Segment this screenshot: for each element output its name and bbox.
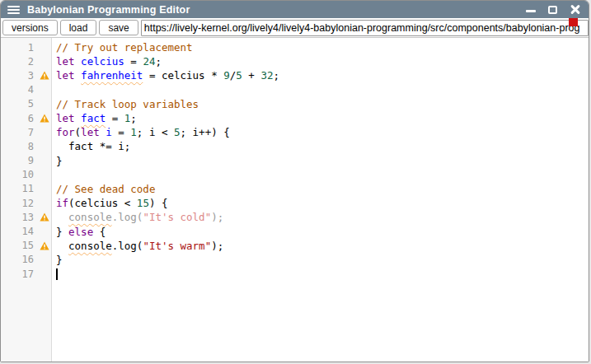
maximize-icon[interactable] — [547, 4, 558, 15]
window-controls — [525, 4, 580, 15]
window-title: Babylonian Programming Editor — [27, 4, 525, 16]
line-number: 16 — [1, 254, 37, 265]
save-button[interactable]: save — [99, 20, 138, 35]
marker-slot — [37, 83, 51, 97]
code-text: // See dead code — [52, 183, 155, 195]
line-number: 2 — [1, 56, 37, 68]
line-number: 17 — [1, 268, 37, 280]
gutter-cell: 13 — [1, 210, 52, 224]
code-line[interactable]: 8 fact *= i; — [1, 139, 589, 153]
gutter-cell: 2 — [1, 54, 52, 68]
warning-icon — [37, 111, 51, 125]
marker-slot — [37, 139, 51, 153]
gutter-cell: 4 — [1, 83, 52, 97]
text-cursor — [56, 268, 58, 280]
line-number: 5 — [1, 98, 37, 110]
marker-slot — [37, 125, 51, 139]
code-line[interactable]: 13 console.log("It's cold"); — [1, 210, 589, 224]
line-number: 9 — [1, 155, 37, 166]
marker-slot — [37, 253, 51, 267]
unsaved-indicator — [569, 18, 578, 26]
code-text: } — [52, 254, 63, 266]
gutter-cell: 9 — [1, 154, 52, 168]
gutter-cell: 7 — [1, 125, 52, 139]
code-line[interactable]: 16} — [1, 253, 589, 267]
line-number: 13 — [1, 212, 37, 223]
code-line[interactable]: 17 — [1, 267, 589, 281]
code-line[interactable]: 5// Track loop variables — [1, 97, 589, 111]
gutter-cell: 6 — [1, 111, 52, 125]
code-line[interactable]: 15 console.log("It's warm"); — [1, 239, 589, 253]
code-text: for(let i = 1; i < 5; i++) { — [52, 126, 230, 138]
line-number: 8 — [1, 141, 37, 152]
code-line[interactable]: 1// Try out replacement — [1, 40, 589, 54]
gutter-cell: 14 — [1, 224, 52, 238]
marker-slot — [37, 154, 51, 168]
code-text: let fact = 1; — [52, 112, 137, 124]
code-line[interactable]: 10 — [1, 168, 589, 182]
code-text: console.log("It's warm"); — [52, 240, 223, 252]
gutter-cell: 8 — [1, 139, 52, 153]
code-line[interactable]: 3let fahrenheit = celcius * 9/5 + 32; — [1, 68, 589, 82]
warning-icon — [37, 68, 51, 82]
code-text: } — [52, 155, 63, 167]
marker-slot — [37, 54, 51, 68]
url-input[interactable] — [141, 20, 589, 36]
line-number: 14 — [1, 226, 37, 237]
marker-slot — [37, 196, 51, 210]
marker-slot — [37, 224, 51, 238]
code-text: // Try out replacement — [52, 41, 193, 54]
marker-slot — [37, 168, 51, 182]
gutter-cell: 16 — [1, 253, 52, 267]
gutter-cell: 10 — [1, 168, 52, 182]
app-window: Babylonian Programming Editor versions l… — [0, 0, 589, 362]
code-line[interactable]: 6let fact = 1; — [1, 111, 589, 125]
marker-slot — [37, 97, 51, 111]
code-line[interactable]: 14} else { — [1, 224, 589, 238]
marker-slot — [37, 182, 51, 196]
code-text: let celcius = 24; — [52, 55, 162, 68]
code-text: fact *= i; — [52, 140, 130, 152]
code-line[interactable]: 7for(let i = 1; i < 5; i++) { — [1, 125, 589, 139]
code-text: let fahrenheit = celcius * 9/5 + 32; — [52, 69, 279, 82]
line-number: 10 — [1, 169, 37, 180]
marker-slot — [37, 267, 51, 281]
gutter-cell: 11 — [1, 182, 52, 196]
code-area[interactable]: 1// Try out replacement2let celcius = 24… — [1, 40, 589, 281]
gutter-cell: 5 — [1, 97, 52, 111]
code-line[interactable]: 4 — [1, 83, 589, 97]
minimize-icon[interactable] — [525, 4, 536, 15]
load-button[interactable]: load — [60, 20, 97, 35]
code-text: // Track loop variables — [52, 98, 199, 110]
hamburger-menu-icon[interactable] — [7, 6, 20, 14]
code-editor[interactable]: 1// Try out replacement2let celcius = 24… — [1, 38, 589, 362]
line-number: 7 — [1, 127, 37, 138]
gutter-cell: 1 — [1, 40, 52, 54]
line-number: 11 — [1, 183, 37, 194]
line-number: 1 — [1, 42, 37, 54]
marker-slot — [37, 40, 51, 54]
line-number: 15 — [1, 240, 37, 251]
warning-icon — [37, 239, 51, 253]
warning-icon — [37, 210, 51, 224]
line-number: 4 — [1, 84, 37, 96]
titlebar[interactable]: Babylonian Programming Editor — [1, 1, 589, 18]
toolbar: versions load save — [1, 18, 589, 38]
line-number: 12 — [1, 198, 37, 209]
versions-button[interactable]: versions — [2, 20, 58, 35]
line-number: 6 — [1, 113, 37, 124]
gutter-cell: 17 — [1, 267, 52, 281]
close-icon[interactable] — [570, 4, 580, 15]
code-line[interactable]: 2let celcius = 24; — [1, 54, 589, 68]
code-text — [52, 268, 58, 281]
gutter-cell: 15 — [1, 239, 52, 253]
line-number: 3 — [1, 70, 37, 82]
code-line[interactable]: 9} — [1, 154, 589, 168]
code-text: console.log("It's cold"); — [52, 211, 223, 223]
gutter-cell: 3 — [1, 68, 52, 82]
gutter-cell: 12 — [1, 196, 52, 210]
code-line[interactable]: 12if(celcius < 15) { — [1, 196, 589, 210]
code-text: if(celcius < 15) { — [52, 197, 168, 209]
code-text: } else { — [52, 226, 106, 238]
code-line[interactable]: 11// See dead code — [1, 182, 589, 196]
